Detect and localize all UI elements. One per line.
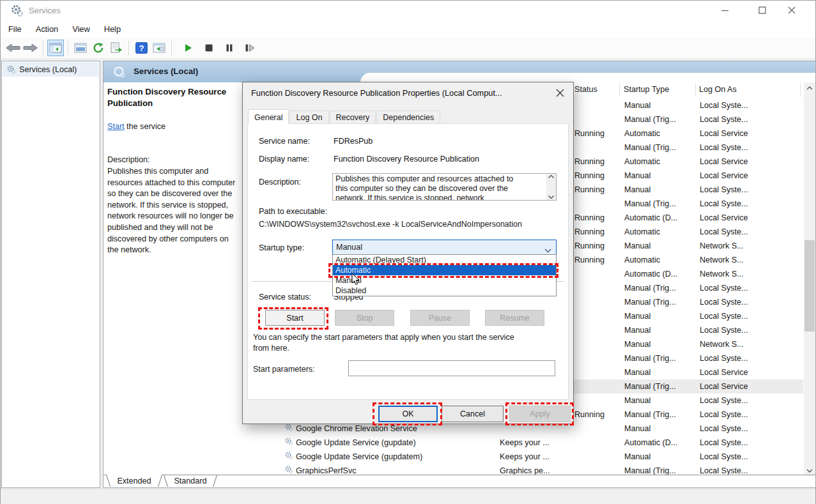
description-textarea-text: Publishes this computer and resources at… (335, 174, 546, 201)
tree-item-services-local[interactable]: Services (Local) (3, 62, 99, 77)
title-bar: Services (1, 1, 815, 20)
cancel-button[interactable]: Cancel (442, 406, 504, 422)
service-row-google-update-service-gupdatem-[interactable]: Google Update Service (gupdatem)Keeps yo… (277, 450, 803, 464)
pause-service-icon[interactable] (221, 40, 238, 56)
window-title: Services (29, 6, 61, 15)
highlight-rect-automatic (328, 263, 558, 278)
dropdown-option-disabled[interactable]: Disabled (333, 286, 556, 296)
service-gear-icon (284, 450, 293, 464)
forward-icon[interactable] (22, 40, 39, 56)
services-header-icon (113, 66, 126, 80)
maximize-button[interactable] (748, 1, 777, 20)
vertical-scrollbar[interactable] (804, 82, 815, 476)
start-service-icon[interactable] (180, 40, 197, 56)
startup-type-combobox[interactable]: Manual (332, 240, 557, 255)
dialog-tab-recovery[interactable]: Recovery (330, 111, 376, 124)
column-header-log-on-as[interactable]: Log On As (699, 85, 737, 94)
tab-standard[interactable]: Standard (164, 475, 217, 487)
pause-button[interactable]: Pause (410, 310, 470, 326)
menu-bar: FileActionViewHelp (1, 20, 815, 38)
console-tree-panel: Services (Local) (1, 61, 100, 488)
service-gear-icon (284, 464, 293, 475)
path-value: C:\WINDOWS\system32\svchost.exe -k Local… (259, 220, 522, 229)
dialog-tabs: GeneralLog OnRecoveryDependencies (248, 111, 441, 124)
show-console-tree-icon[interactable] (47, 40, 64, 56)
scrollbar-thumb[interactable] (804, 240, 815, 332)
service-row-google-update-service-gupdate-[interactable]: Google Update Service (gupdate)Keeps you… (277, 436, 803, 450)
resume-button[interactable]: Resume (485, 310, 544, 326)
description-label: Description: (107, 155, 150, 164)
textarea-scroll-up-icon (548, 175, 554, 178)
tab-extended[interactable]: Extended (106, 475, 162, 487)
display-name-value: Function Discovery Resource Publication (334, 155, 479, 164)
display-name-label: Display name: (259, 155, 309, 164)
tab-standard-label: Standard (174, 477, 206, 485)
minimize-button[interactable] (711, 1, 740, 20)
tree-item-label: Services (Local) (19, 65, 77, 74)
mmc-header: Services (Local) (104, 61, 815, 82)
content-tab-shape (360, 73, 815, 82)
services-node-icon (6, 65, 16, 74)
service-row-graphicsperfsvc[interactable]: GraphicsPerfSvcGraphics pe...Manual (Tri… (277, 464, 803, 475)
services-app-icon (10, 4, 24, 20)
start-parameters-label: Start parameters: (253, 365, 315, 374)
status-bar (1, 489, 815, 504)
combobox-chevron-icon (544, 246, 551, 255)
service-gear-icon (284, 436, 293, 450)
menu-action[interactable]: Action (29, 24, 66, 34)
dialog-close-icon[interactable] (553, 86, 566, 99)
dialog-description-label: Description: (259, 178, 301, 187)
tab-extended-label: Extended (117, 477, 151, 485)
start-parameters-note: You can specify the start parameters tha… (253, 332, 560, 354)
column-header-startup-type[interactable]: Startup Type (624, 85, 669, 94)
start-service-link[interactable]: Start (107, 122, 125, 131)
description-text: Publishes this computer and resources at… (107, 166, 261, 256)
dialog-tab-dependencies[interactable]: Dependencies (376, 111, 440, 124)
stop-service-icon[interactable] (201, 40, 217, 56)
service-name-value: FDResPub (334, 137, 373, 146)
service-status-label: Service status: (259, 293, 311, 302)
start-service-suffix: the service (125, 122, 166, 131)
back-icon[interactable] (4, 40, 21, 56)
startup-type-label: Startup type: (259, 243, 304, 252)
path-label: Path to executable: (259, 207, 327, 216)
highlight-rect-start (258, 307, 328, 330)
menu-file[interactable]: File (1, 24, 29, 34)
startup-type-value: Manual (336, 243, 362, 252)
help-icon[interactable]: ? (133, 40, 150, 56)
toolbar: ? (1, 38, 815, 59)
column-header-status[interactable]: Status (574, 85, 597, 94)
close-button[interactable] (777, 1, 806, 20)
mouse-cursor (351, 273, 360, 288)
menu-help[interactable]: Help (97, 24, 128, 34)
dialog-tab-general[interactable]: General (248, 109, 289, 124)
view-tabs-bar: Extended Standard (104, 475, 815, 487)
properties-dialog: Function Discovery Resource Publication … (242, 82, 574, 424)
selected-service-title: Function Discovery Resource Publication (107, 86, 245, 109)
action-pane-icon[interactable] (151, 40, 167, 56)
textarea-scroll-down-icon (548, 195, 554, 199)
header-title: Services (Local) (134, 66, 198, 76)
description-textarea[interactable]: Publishes this computer and resources at… (332, 173, 557, 201)
window-icon[interactable] (72, 40, 89, 56)
dialog-tab-log-on[interactable]: Log On (289, 111, 328, 124)
refresh-icon[interactable] (90, 40, 107, 56)
service-name-label: Service name: (259, 137, 310, 146)
scroll-up-icon[interactable] (804, 82, 815, 93)
start-service-line: Start the service (107, 122, 166, 131)
highlight-rect-ok (373, 402, 442, 425)
start-parameters-input[interactable] (348, 360, 555, 376)
dialog-title: Function Discovery Resource Publication … (251, 88, 502, 98)
services-window: Services FileActionViewHelp (0, 0, 816, 504)
svg-text:?: ? (139, 43, 144, 53)
export-list-icon[interactable] (108, 40, 125, 56)
textarea-scrollbar[interactable] (546, 174, 556, 200)
highlight-rect-apply (505, 402, 574, 425)
stop-button[interactable]: Stop (335, 310, 394, 326)
restart-service-icon[interactable] (242, 40, 258, 56)
menu-view[interactable]: View (65, 24, 97, 34)
